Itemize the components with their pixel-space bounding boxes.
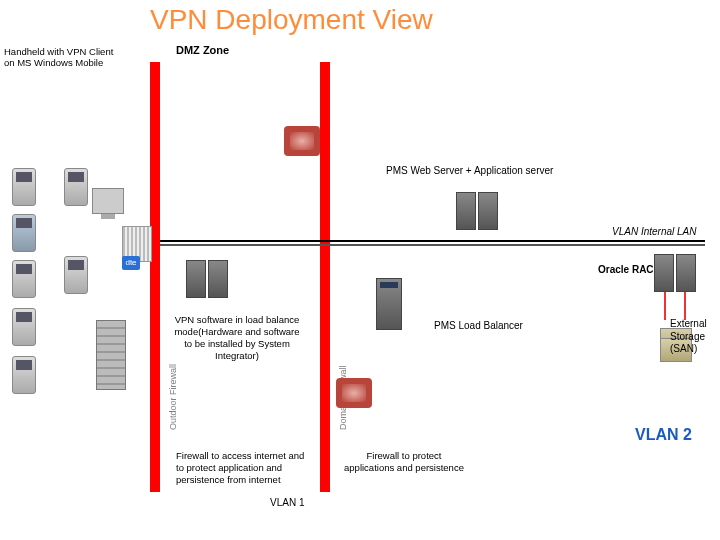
oracle-rac-label: Oracle RAC <box>598 264 654 277</box>
firewall-apps-note: Firewall to protect applications and per… <box>344 450 464 474</box>
desktop-pc-icon <box>92 188 124 214</box>
oracle-rac-server-icon <box>654 254 696 292</box>
vlan-internal-line-shadow <box>160 244 705 246</box>
vlan-internal-line <box>160 240 705 242</box>
switch-icon <box>284 126 320 156</box>
vlan2-label: VLAN 2 <box>635 426 692 444</box>
domain-firewall-bar <box>320 62 330 492</box>
pda-device-icon <box>64 256 88 294</box>
external-storage-label: External Storage (SAN) <box>670 318 720 356</box>
pms-web-label: PMS Web Server + Application server <box>386 165 553 178</box>
page-title: VPN Deployment View <box>150 4 433 36</box>
pms-lb-server-icon <box>376 278 402 330</box>
handheld-device-icon <box>12 308 36 346</box>
storage-link-line <box>664 292 666 320</box>
dmz-zone-label: DMZ Zone <box>176 44 229 56</box>
outdoor-firewall-bar <box>150 62 160 492</box>
switch-icon <box>336 378 372 408</box>
storage-link-line <box>684 292 686 320</box>
dte-badge: dte <box>122 256 140 270</box>
handheld-device-icon <box>12 356 36 394</box>
pda-device-icon <box>64 168 88 206</box>
handheld-device-icon <box>12 168 36 206</box>
vpn-lb-server-icon <box>186 260 228 298</box>
vpn-software-note: VPN software in load balance mode(Hardwa… <box>172 314 302 362</box>
handheld-device-icon <box>12 214 36 252</box>
handheld-device-icon <box>12 260 36 298</box>
vlan1-label: VLAN 1 <box>270 497 304 508</box>
pms-lb-label: PMS Load Balancer <box>434 320 523 333</box>
radio-tower-icon <box>96 320 126 390</box>
vlan-internal-label: VLAN Internal LAN <box>612 226 712 237</box>
pms-web-server-icon <box>456 192 498 230</box>
handheld-label: Handheld with VPN Client on MS Windows M… <box>4 46 124 69</box>
firewall-internet-note: Firewall to access internet and to prote… <box>176 450 306 486</box>
outdoor-firewall-label: Outdoor Firewall <box>168 364 228 430</box>
